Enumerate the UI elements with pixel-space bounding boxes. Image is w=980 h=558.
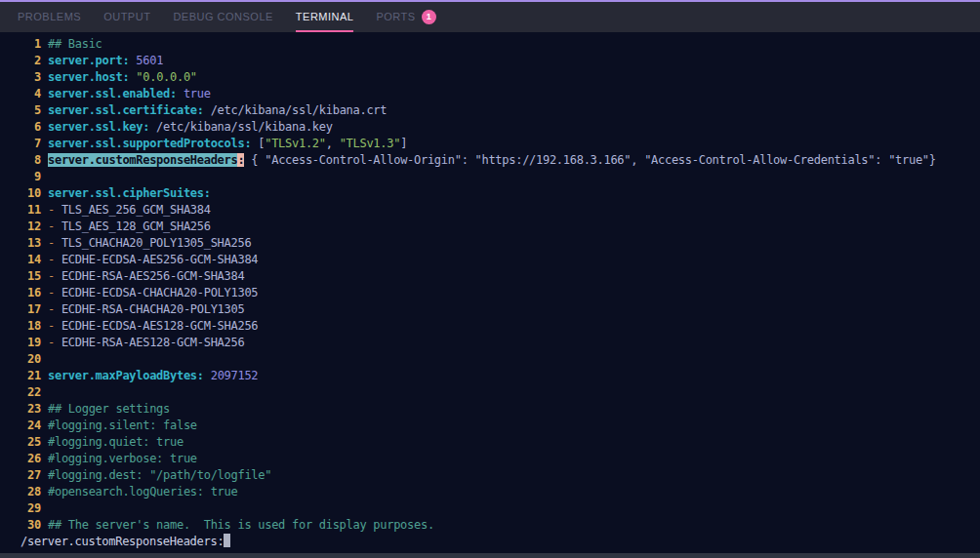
line-number: 13 <box>20 235 41 252</box>
terminal-line: 19- ECDHE-RSA-AES128-GCM-SHA256 <box>20 335 980 351</box>
terminal-line: 22 <box>20 384 980 401</box>
terminal-line: 30## The server's name. This is used for… <box>20 517 980 534</box>
terminal-line: 16- ECDHE-ECDSA-CHACHA20-POLY1305 <box>20 285 980 301</box>
terminal-line: 8server.customResponseHeaders: { "Access… <box>20 152 980 169</box>
terminal-line: 18- ECDHE-ECDSA-AES128-GCM-SHA256 <box>20 318 980 335</box>
terminal-line: 29 <box>20 500 980 517</box>
tab-problems[interactable]: PROBLEMS <box>18 2 81 32</box>
terminal-line: 25#logging.quiet: true <box>20 434 980 451</box>
terminal-line: 13- TLS_CHACHA20_POLY1305_SHA256 <box>20 235 980 252</box>
terminal-line: 17- ECDHE-RSA-CHACHA20-POLY1305 <box>20 301 980 318</box>
line-number: 9 <box>20 169 41 185</box>
tab-output-label: OUTPUT <box>103 11 150 22</box>
line-number: 24 <box>20 418 41 434</box>
line-number: 18 <box>20 318 41 335</box>
tab-terminal[interactable]: TERMINAL <box>296 2 354 32</box>
terminal-line: 26#logging.verbose: true <box>20 451 980 467</box>
line-number: 19 <box>20 335 41 351</box>
terminal-buffer[interactable]: 1## Basic2server.port: 56013server.host:… <box>0 32 980 553</box>
line-number: 2 <box>20 53 41 69</box>
line-number: 4 <box>20 86 41 102</box>
line-number: 10 <box>20 185 41 202</box>
terminal-line: 5server.ssl.certificate: /etc/kibana/ssl… <box>20 102 980 119</box>
terminal-cursor <box>224 534 230 547</box>
line-number: 23 <box>20 401 41 418</box>
line-number: 12 <box>20 219 41 235</box>
tab-output[interactable]: OUTPUT <box>103 2 150 32</box>
line-number: 6 <box>20 119 41 136</box>
line-number: 11 <box>20 202 41 219</box>
line-number: 25 <box>20 434 41 451</box>
line-number: 5 <box>20 102 41 119</box>
terminal-line: 21server.maxPayloadBytes: 2097152 <box>20 368 980 384</box>
line-number: 1 <box>20 36 41 53</box>
tab-problems-label: PROBLEMS <box>18 11 81 22</box>
line-number: 17 <box>20 301 41 318</box>
search-prompt-text: /server.customResponseHeaders: <box>20 535 224 548</box>
line-number: 27 <box>20 467 41 484</box>
tab-debug-console-label: DEBUG CONSOLE <box>173 11 272 22</box>
terminal-line: 9 <box>20 169 980 185</box>
panel-tab-bar: PROBLEMS OUTPUT DEBUG CONSOLE TERMINAL P… <box>0 2 980 32</box>
line-number: 28 <box>20 484 41 500</box>
line-number: 21 <box>20 368 41 384</box>
terminal-line: 27#logging.dest: "/path/to/logfile" <box>20 467 980 484</box>
terminal-line: 3server.host: "0.0.0.0" <box>20 69 980 86</box>
terminal-line: 7server.ssl.supportedProtocols: ["TLSv1.… <box>20 136 980 152</box>
terminal-line: 28#opensearch.logQueries: true <box>20 484 980 500</box>
tab-ports[interactable]: PORTS 1 <box>376 2 435 32</box>
line-number: 15 <box>20 268 41 285</box>
line-number: 16 <box>20 285 41 301</box>
line-number: 22 <box>20 384 41 401</box>
terminal-line: 14- ECDHE-ECDSA-AES256-GCM-SHA384 <box>20 252 980 268</box>
terminal-line: 10server.ssl.cipherSuites: <box>20 185 980 202</box>
line-number: 30 <box>20 517 41 534</box>
terminal-line: 2server.port: 5601 <box>20 53 980 69</box>
vim-search-prompt: /server.customResponseHeaders: <box>20 534 980 550</box>
tab-ports-label: PORTS <box>376 11 415 22</box>
panel-bottom-strip <box>0 553 980 558</box>
line-number: 3 <box>20 69 41 86</box>
terminal-line: 23## Logger settings <box>20 401 980 418</box>
terminal-line: 11- TLS_AES_256_GCM_SHA384 <box>20 202 980 219</box>
tab-debug-console[interactable]: DEBUG CONSOLE <box>173 2 272 32</box>
terminal-line: 4server.ssl.enabled: true <box>20 86 980 102</box>
terminal-line: 24#logging.silent: false <box>20 418 980 434</box>
line-number: 26 <box>20 451 41 467</box>
line-number: 29 <box>20 500 41 517</box>
line-number: 7 <box>20 136 41 152</box>
terminal-line: 6server.ssl.key: /etc/kibana/ssl/kibana.… <box>20 119 980 136</box>
line-number: 14 <box>20 252 41 268</box>
ports-count-badge: 1 <box>422 10 436 24</box>
terminal-line: 15- ECDHE-RSA-AES256-GCM-SHA384 <box>20 268 980 285</box>
line-number: 8 <box>20 152 41 169</box>
terminal-line: 12- TLS_AES_128_GCM_SHA256 <box>20 219 980 235</box>
tab-terminal-label: TERMINAL <box>296 11 354 22</box>
line-number: 20 <box>20 351 41 368</box>
terminal-line: 20 <box>20 351 980 368</box>
terminal-line: 1## Basic <box>20 36 980 53</box>
